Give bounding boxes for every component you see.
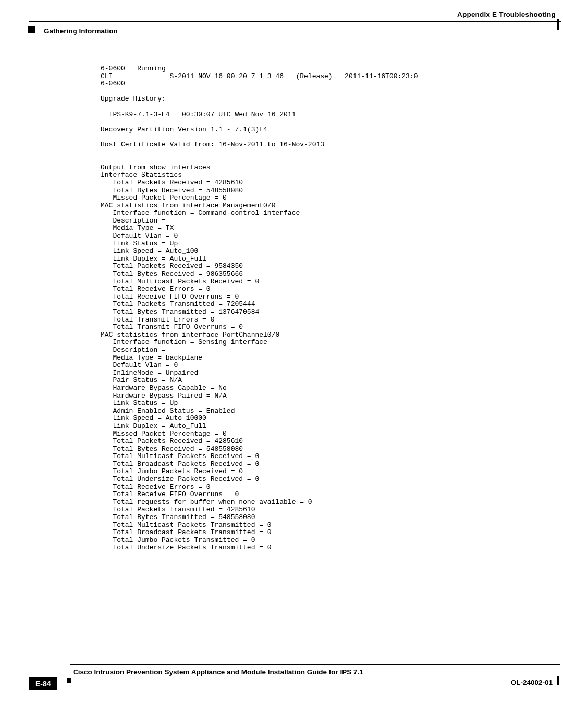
section-title: Gathering Information <box>44 27 118 35</box>
doc-title: Cisco Intrusion Prevention System Applia… <box>73 668 363 676</box>
header-rule <box>29 21 561 22</box>
page-number: E-84 <box>29 677 57 690</box>
doc-id: OL-24002-01 <box>511 678 553 686</box>
footer-marker-icon <box>67 678 71 683</box>
header-rule-stub <box>557 19 559 30</box>
section-marker-icon <box>28 26 35 33</box>
footer-rule-stub <box>557 676 559 685</box>
cli-output: 6-0600 Running CLI S-2011_NOV_16_00_20_7… <box>101 65 497 552</box>
footer-rule <box>70 664 560 665</box>
page: Appendix E Troubleshooting Gathering Inf… <box>0 0 563 728</box>
appendix-label: Appendix E Troubleshooting <box>457 10 556 18</box>
